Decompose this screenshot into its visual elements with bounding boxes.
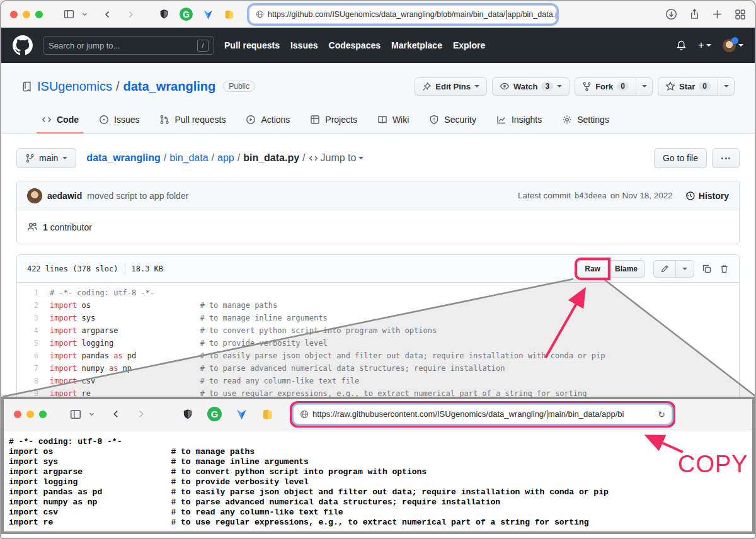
forward-button[interactable] <box>137 409 146 419</box>
edit-pins-button[interactable]: Edit Pins <box>415 77 487 96</box>
file-breadcrumb: data_wrangling / bin_data / app / bin_da… <box>86 152 364 164</box>
shield-extension-icon[interactable] <box>159 8 169 20</box>
star-dropdown[interactable] <box>718 77 735 96</box>
visibility-badge: Public <box>223 81 255 92</box>
code-text: import pandas as pd # to easily parse js… <box>50 349 605 362</box>
nav-issues[interactable]: Issues <box>290 40 318 50</box>
fork-icon <box>582 82 592 91</box>
create-new-button[interactable]: + <box>698 39 711 52</box>
downloads-icon[interactable] <box>665 8 677 20</box>
line-number[interactable]: 4 <box>17 324 50 337</box>
github-logo-icon[interactable] <box>13 35 33 55</box>
latest-commit-label: Latest commit <box>518 191 571 200</box>
minimize-window-button[interactable] <box>23 11 30 18</box>
commit-sha[interactable]: b43deea <box>575 191 607 200</box>
repo-action-buttons: Edit Pins Watch 3 Fork 0 <box>415 77 735 96</box>
fork-button[interactable]: Fork 0 <box>575 77 636 96</box>
latest-commit-box: aedawid moved script to app folder Lates… <box>16 181 740 244</box>
back-button[interactable] <box>103 9 112 20</box>
yellow-notes-extension-icon[interactable] <box>261 408 273 421</box>
fork-dropdown[interactable] <box>636 77 653 96</box>
commit-author-avatar[interactable] <box>27 188 42 203</box>
forward-button[interactable] <box>127 9 135 20</box>
raw-button[interactable]: Raw <box>577 260 608 278</box>
minimize-window-button[interactable] <box>26 411 34 418</box>
nav-codespaces[interactable]: Codespaces <box>329 40 381 50</box>
address-bar[interactable]: https://github.com/ISUgenomics/data_wran… <box>249 6 556 23</box>
delete-file-icon[interactable] <box>719 264 729 274</box>
grammarly-extension-icon[interactable]: G <box>180 8 193 21</box>
line-number[interactable]: 1 <box>17 287 50 299</box>
zoom-window-button[interactable] <box>39 411 47 418</box>
tab-overview-icon[interactable] <box>735 9 746 20</box>
repo-name-link[interactable]: data_wrangling <box>123 79 216 94</box>
commit-message[interactable]: moved script to app folder <box>87 191 188 201</box>
blame-button[interactable]: Blame <box>608 260 645 278</box>
go-to-file-button[interactable]: Go to file <box>654 148 707 168</box>
shield-extension-icon[interactable] <box>182 408 193 421</box>
fork-count: 0 <box>617 82 629 91</box>
edit-dropdown-button[interactable] <box>676 260 694 278</box>
back-button[interactable] <box>112 409 120 419</box>
nav-marketplace[interactable]: Marketplace <box>391 40 442 50</box>
line-number[interactable]: 7 <box>17 362 50 375</box>
tab-security[interactable]: Security <box>419 107 486 133</box>
close-window-button[interactable] <box>14 411 21 418</box>
nav-pull-requests[interactable]: Pull requests <box>224 40 280 50</box>
sidebar-chevron-icon[interactable] <box>81 11 88 18</box>
user-menu[interactable] <box>723 39 743 52</box>
file-line-count: 422 lines (378 sloc) <box>27 264 118 273</box>
repo-owner-link[interactable]: ISUgenomics <box>37 79 112 94</box>
tab-issues[interactable]: Issues <box>89 107 149 133</box>
search-input[interactable]: Search or jump to... / <box>43 36 214 55</box>
screenshot-frame: G https://github.com/ISUgenomics/data_wr… <box>0 0 756 539</box>
tab-code[interactable]: Code <box>32 107 89 133</box>
line-number[interactable]: 6 <box>17 349 50 362</box>
branch-selector[interactable]: main <box>16 148 76 168</box>
commit-author[interactable]: aedawid <box>47 191 82 201</box>
star-button[interactable]: Star 0 <box>658 77 718 96</box>
code-text: import os # to manage paths <box>50 299 277 312</box>
tab-wiki[interactable]: Wiki <box>367 107 419 133</box>
breadcrumb: ISUgenomics / data_wrangling <box>37 79 215 94</box>
raw-text-line: import csv # to read any column-like tex… <box>9 508 747 518</box>
history-link[interactable]: History <box>685 191 729 201</box>
line-number[interactable]: 8 <box>17 375 50 387</box>
code-line: 1# -*- coding: utf-8 -*- <box>17 287 739 299</box>
share-icon[interactable] <box>689 8 700 20</box>
jump-to-button[interactable]: Jump to <box>309 152 364 164</box>
file-viewer: 422 lines (378 sloc) 18.3 KB Raw Blame <box>16 254 740 400</box>
yellow-notes-extension-icon[interactable] <box>224 9 234 20</box>
line-number[interactable]: 2 <box>17 299 50 312</box>
sidebar-toggle-icon[interactable] <box>63 9 75 20</box>
crumb-folder-app[interactable]: app <box>217 152 234 164</box>
edit-file-button[interactable] <box>653 260 676 278</box>
sidebar-chevron-icon[interactable] <box>88 411 95 417</box>
tab-actions[interactable]: Actions <box>236 107 300 133</box>
more-options-button[interactable] <box>712 148 740 168</box>
tab-pull-requests[interactable]: Pull requests <box>149 107 236 133</box>
crumb-repo[interactable]: data_wrangling <box>86 152 160 164</box>
contributors-link[interactable]: 1 contributor <box>43 222 92 232</box>
line-number[interactable]: 5 <box>17 337 50 349</box>
new-tab-icon[interactable] <box>712 9 723 20</box>
watch-button[interactable]: Watch 3 <box>492 77 570 96</box>
blue-v-extension-icon[interactable] <box>236 408 248 421</box>
address-bar[interactable]: https://raw.githubusercontent.com/ISUgen… <box>294 405 672 424</box>
zoom-window-button[interactable] <box>35 11 43 18</box>
nav-explore[interactable]: Explore <box>453 40 485 50</box>
fork-split-button: Fork 0 <box>575 77 653 96</box>
blue-v-extension-icon[interactable] <box>203 9 214 20</box>
close-window-button[interactable] <box>10 11 18 18</box>
crumb-folder-bin-data[interactable]: bin_data <box>169 152 208 164</box>
reload-icon[interactable]: ↻ <box>658 409 665 419</box>
tab-insights[interactable]: Insights <box>486 107 552 133</box>
copy-file-icon[interactable] <box>702 264 712 274</box>
raw-text-line: import os # to manage paths <box>9 447 747 457</box>
line-number[interactable]: 3 <box>17 312 50 324</box>
tab-projects[interactable]: Projects <box>300 107 367 133</box>
grammarly-extension-icon[interactable]: G <box>207 407 222 421</box>
notifications-bell-icon[interactable] <box>676 40 687 51</box>
sidebar-toggle-icon[interactable] <box>69 409 82 420</box>
tab-settings[interactable]: Settings <box>552 107 619 133</box>
